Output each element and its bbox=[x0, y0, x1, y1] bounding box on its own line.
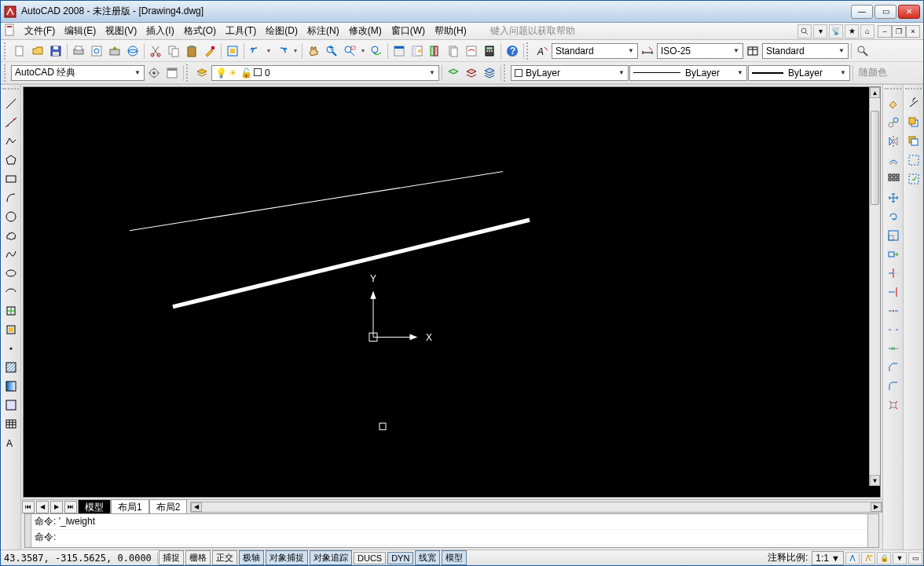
tab-next-button[interactable]: ▶ bbox=[50, 501, 63, 513]
toolbar-grip[interactable] bbox=[885, 88, 901, 93]
quick-select-icon[interactable] bbox=[905, 170, 922, 188]
close-button[interactable]: ✕ bbox=[898, 5, 920, 19]
menu-edit[interactable]: 编辑(E) bbox=[60, 23, 101, 39]
rectangle-icon[interactable] bbox=[2, 170, 20, 188]
scroll-left-arrow[interactable]: ◀ bbox=[191, 502, 202, 512]
command-grip[interactable] bbox=[25, 514, 31, 547]
save-icon[interactable] bbox=[47, 42, 64, 60]
model-tab[interactable]: 模型 bbox=[78, 499, 111, 515]
select-all-icon[interactable] bbox=[905, 152, 922, 169]
workspace-combo[interactable]: AutoCAD 经典▼ bbox=[11, 65, 145, 81]
layout2-tab[interactable]: 布局2 bbox=[149, 499, 188, 515]
zoom-window-icon[interactable] bbox=[341, 42, 358, 60]
auto-scale-icon[interactable] bbox=[861, 552, 875, 564]
search-icon[interactable] bbox=[854, 42, 871, 60]
array-icon[interactable] bbox=[885, 170, 902, 188]
menu-insert[interactable]: 插入(I) bbox=[141, 23, 178, 39]
menu-file[interactable]: 文件(F) bbox=[20, 23, 60, 39]
point-icon[interactable] bbox=[2, 340, 20, 357]
toolbar-grip[interactable] bbox=[905, 88, 922, 93]
linetype-combo[interactable]: ByLayer▼ bbox=[629, 65, 747, 81]
publish-icon[interactable] bbox=[106, 42, 123, 60]
bring-front-icon[interactable] bbox=[905, 114, 922, 131]
quickcalc-icon[interactable] bbox=[481, 42, 498, 60]
minimize-button[interactable]: — bbox=[851, 5, 873, 19]
markup-icon[interactable] bbox=[463, 42, 480, 60]
polar-mode-button[interactable]: 极轴 bbox=[239, 550, 264, 565]
favorites-icon[interactable]: ★ bbox=[845, 24, 859, 38]
text-style-combo[interactable]: Standard▼ bbox=[552, 43, 638, 59]
revision-cloud-icon[interactable] bbox=[2, 227, 20, 244]
block-editor-icon[interactable] bbox=[224, 42, 241, 60]
mdi-close-button[interactable]: × bbox=[906, 25, 920, 38]
drawing-canvas[interactable]: Y X ▲ ▼ bbox=[23, 86, 881, 498]
pan-icon[interactable] bbox=[305, 42, 322, 60]
layout1-tab[interactable]: 布局1 bbox=[111, 499, 149, 515]
gradient-icon[interactable] bbox=[2, 378, 20, 395]
horizontal-scrollbar[interactable]: ◀ ▶ bbox=[190, 502, 882, 513]
menu-format[interactable]: 格式(O) bbox=[179, 23, 221, 39]
osnap-mode-button[interactable]: 对象捕捉 bbox=[266, 550, 308, 565]
lock-ui-icon[interactable]: 🔒 bbox=[877, 552, 891, 564]
extend-icon[interactable] bbox=[885, 283, 902, 301]
status-tray-dropdown[interactable]: ▼ bbox=[893, 552, 907, 564]
layer-combo[interactable]: 💡 ☀ 🔓 0 ▼ bbox=[211, 65, 439, 81]
ortho-mode-button[interactable]: 正交 bbox=[212, 550, 237, 565]
scroll-up-arrow[interactable]: ▲ bbox=[870, 87, 880, 98]
infocenter-dropdown-icon[interactable]: ▾ bbox=[813, 24, 827, 38]
vertical-scrollbar[interactable]: ▲ ▼ bbox=[869, 87, 880, 486]
tab-prev-button[interactable]: ◀ bbox=[36, 501, 49, 513]
paste-icon[interactable] bbox=[183, 42, 200, 60]
menu-window[interactable]: 窗口(W) bbox=[387, 23, 430, 39]
otrack-mode-button[interactable]: 对象追踪 bbox=[310, 550, 352, 565]
dim-style-icon[interactable] bbox=[639, 42, 656, 60]
coordinate-display[interactable]: 43.3587, -315.5625, 0.0000 bbox=[1, 553, 158, 564]
mtext-icon[interactable]: A bbox=[2, 434, 20, 451]
help-search-input[interactable]: 键入问题以获取帮助 bbox=[487, 24, 794, 38]
menu-modify[interactable]: 修改(M) bbox=[344, 23, 387, 39]
erase-icon[interactable] bbox=[885, 95, 902, 112]
menu-tools[interactable]: 工具(T) bbox=[221, 23, 261, 39]
region-icon[interactable] bbox=[2, 396, 20, 414]
distance-icon[interactable]: ? bbox=[905, 95, 922, 112]
rotate-icon[interactable] bbox=[885, 208, 902, 225]
layer-previous-icon[interactable] bbox=[445, 64, 462, 82]
spline-icon[interactable] bbox=[2, 246, 20, 263]
join-icon[interactable] bbox=[885, 340, 902, 357]
insert-block-icon[interactable] bbox=[2, 302, 20, 320]
copy-object-icon[interactable] bbox=[885, 114, 902, 131]
maximize-button[interactable]: ▭ bbox=[874, 5, 896, 19]
plot-icon[interactable] bbox=[70, 42, 87, 60]
plot-preview-icon[interactable] bbox=[88, 42, 105, 60]
menu-view[interactable]: 视图(V) bbox=[101, 23, 141, 39]
layer-manager-icon[interactable] bbox=[481, 64, 498, 82]
toolbar-grip[interactable] bbox=[2, 88, 19, 93]
undo-dropdown[interactable]: ▼ bbox=[265, 42, 273, 60]
polyline-icon[interactable] bbox=[2, 133, 20, 150]
menu-dimension[interactable]: 标注(N) bbox=[302, 23, 344, 39]
tool-palettes-icon[interactable] bbox=[427, 42, 444, 60]
mirror-icon[interactable] bbox=[885, 133, 902, 150]
line-icon[interactable] bbox=[2, 95, 20, 112]
annotation-visibility-icon[interactable] bbox=[845, 552, 860, 564]
grid-mode-button[interactable]: 栅格 bbox=[185, 550, 211, 565]
offset-icon[interactable] bbox=[885, 152, 902, 169]
text-style-icon[interactable]: A bbox=[534, 42, 551, 60]
3ddwf-icon[interactable] bbox=[124, 42, 141, 60]
tab-first-button[interactable]: ⏮ bbox=[22, 501, 35, 513]
mdi-restore-button[interactable]: ❐ bbox=[892, 25, 906, 38]
ellipse-icon[interactable] bbox=[2, 265, 20, 282]
ducs-mode-button[interactable]: DUCS bbox=[354, 552, 386, 564]
move-icon[interactable] bbox=[885, 189, 902, 206]
help-icon[interactable]: ? bbox=[504, 42, 521, 60]
fillet-icon[interactable] bbox=[885, 378, 902, 395]
scroll-right-arrow[interactable]: ▶ bbox=[871, 502, 882, 512]
circle-icon[interactable] bbox=[2, 208, 20, 225]
dyn-mode-button[interactable]: DYN bbox=[387, 552, 413, 564]
annotation-scale-button[interactable]: 1:1 ▼ bbox=[812, 551, 844, 565]
menu-draw[interactable]: 绘图(D) bbox=[261, 23, 302, 39]
model-mode-button[interactable]: 模型 bbox=[442, 550, 467, 565]
lwt-mode-button[interactable]: 线宽 bbox=[415, 550, 440, 565]
properties-icon[interactable] bbox=[390, 42, 408, 60]
ellipse-arc-icon[interactable] bbox=[2, 283, 20, 301]
